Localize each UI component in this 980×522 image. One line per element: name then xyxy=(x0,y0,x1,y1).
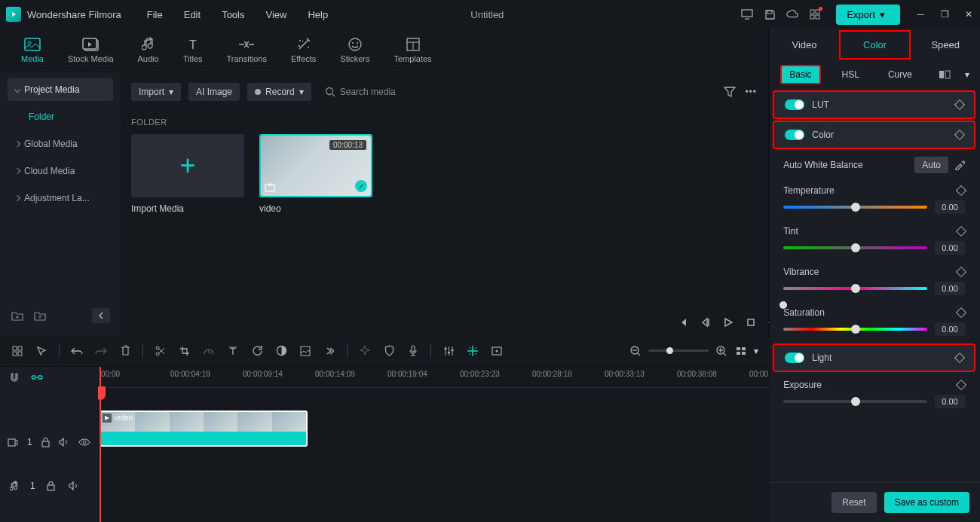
split-icon[interactable] xyxy=(154,344,167,358)
tint-slider[interactable] xyxy=(783,246,927,249)
sidebar-global-media[interactable]: Global Media xyxy=(8,133,113,155)
sparkle-icon[interactable] xyxy=(358,344,372,358)
more-tools-icon[interactable] xyxy=(323,344,336,358)
mic-icon[interactable] xyxy=(406,344,420,358)
menu-file[interactable]: File xyxy=(136,3,173,26)
redo-icon[interactable] xyxy=(94,344,108,358)
auto-button[interactable]: Auto xyxy=(914,157,948,173)
save-custom-button[interactable]: Save as custom xyxy=(884,492,969,513)
video-track-icon[interactable] xyxy=(8,435,18,449)
import-media-tile[interactable]: + Import Media xyxy=(131,134,244,214)
color-toggle[interactable] xyxy=(785,130,804,140)
undo-icon[interactable] xyxy=(70,344,84,358)
subtab-basic[interactable]: Basic xyxy=(780,65,820,84)
keyframe-icon[interactable] xyxy=(954,353,965,363)
collapse-sidebar-button[interactable] xyxy=(92,308,110,323)
tab-effects[interactable]: Effects xyxy=(285,34,322,66)
zoom-slider[interactable] xyxy=(648,350,709,352)
vibrance-slider[interactable] xyxy=(783,287,927,290)
sidebar-adjustment-layer[interactable]: Adjustment La... xyxy=(8,187,113,209)
mixer-icon[interactable] xyxy=(442,344,455,358)
save-icon[interactable] xyxy=(764,8,776,20)
keyframe-icon[interactable] xyxy=(954,99,965,110)
cloud-icon[interactable] xyxy=(786,8,798,20)
tab-stickers[interactable]: Stickers xyxy=(334,34,375,66)
exposure-value[interactable]: 0.00 xyxy=(935,395,965,408)
crop-icon[interactable] xyxy=(178,344,191,358)
lut-section[interactable]: LUT xyxy=(773,90,975,119)
tab-speed[interactable]: Speed xyxy=(911,32,980,58)
audio-track-icon[interactable] xyxy=(8,479,21,493)
menu-help[interactable]: Help xyxy=(297,3,338,26)
keyframe-icon[interactable] xyxy=(956,185,966,196)
add-to-timeline-icon[interactable] xyxy=(265,182,275,192)
menu-edit[interactable]: Edit xyxy=(173,3,211,26)
more-icon[interactable]: ••• xyxy=(744,85,758,99)
zoom-in-icon[interactable] xyxy=(715,344,728,358)
keyframe-icon[interactable] xyxy=(956,267,966,277)
eyedropper-icon[interactable] xyxy=(954,160,965,170)
playhead[interactable] xyxy=(100,367,101,522)
menu-view[interactable]: View xyxy=(255,3,297,26)
markers-icon[interactable] xyxy=(466,344,479,358)
close-button[interactable]: ✕ xyxy=(963,9,974,20)
compare-icon[interactable] xyxy=(938,68,951,81)
mute-icon[interactable] xyxy=(67,479,81,493)
timeline-ruler[interactable]: 00:00 00:00:04:19 00:00:09:14 00:00:14:0… xyxy=(98,367,769,388)
tab-stock-media[interactable]: Stock Media xyxy=(62,34,120,66)
timeline-clip[interactable]: video xyxy=(100,411,308,447)
mark-icon[interactable] xyxy=(490,344,504,358)
play-button[interactable] xyxy=(723,317,733,328)
tab-media[interactable]: Media xyxy=(15,34,50,66)
sidebar-folder[interactable]: Folder xyxy=(8,105,113,128)
apps-icon[interactable] xyxy=(809,8,821,20)
import-button[interactable]: Import▾ xyxy=(131,83,181,101)
lock-icon[interactable] xyxy=(44,479,58,493)
select-icon[interactable] xyxy=(35,344,48,358)
reset-button[interactable]: Reset xyxy=(831,492,876,513)
lut-toggle[interactable] xyxy=(785,99,804,110)
shield-icon[interactable] xyxy=(382,344,396,358)
vibrance-value[interactable]: 0.00 xyxy=(935,282,965,295)
zoom-out-icon[interactable] xyxy=(629,344,642,358)
ai-image-button[interactable]: AI Image xyxy=(188,83,240,101)
sidebar-cloud-media[interactable]: Cloud Media xyxy=(8,160,113,182)
saturation-value[interactable]: 0.00 xyxy=(935,322,965,336)
delete-icon[interactable] xyxy=(118,344,132,358)
lock-icon[interactable] xyxy=(41,435,50,449)
temperature-slider[interactable] xyxy=(783,206,927,209)
tab-video[interactable]: Video xyxy=(770,32,839,58)
chevron-down-icon[interactable]: ▾ xyxy=(965,69,969,80)
color-section[interactable]: Color xyxy=(773,121,975,149)
keyframe-icon[interactable] xyxy=(954,130,965,140)
subtab-curves[interactable]: Curve xyxy=(880,66,920,83)
new-folder-icon[interactable] xyxy=(11,309,24,322)
keyframe-icon[interactable] xyxy=(956,226,966,237)
search-input[interactable]: Search media xyxy=(319,83,715,101)
tint-value[interactable]: 0.00 xyxy=(935,241,965,255)
filter-icon[interactable] xyxy=(723,85,737,99)
keyframe-icon[interactable] xyxy=(956,307,966,318)
mute-icon[interactable] xyxy=(59,435,69,449)
tab-audio[interactable]: Audio xyxy=(132,34,165,66)
tab-color[interactable]: Color xyxy=(839,30,911,60)
grid-icon[interactable] xyxy=(11,344,24,358)
magnet-icon[interactable] xyxy=(8,371,21,384)
rotate-icon[interactable] xyxy=(250,344,264,358)
desktop-icon[interactable] xyxy=(741,8,753,20)
export-button[interactable]: Export▾ xyxy=(836,5,900,25)
fit-icon[interactable] xyxy=(734,344,748,358)
exposure-slider[interactable] xyxy=(783,400,927,403)
media-clip-tile[interactable]: 00:00:13 ✓ video xyxy=(259,134,372,214)
record-button[interactable]: Record▾ xyxy=(247,83,311,101)
tab-templates[interactable]: Templates xyxy=(387,34,437,66)
temperature-value[interactable]: 0.00 xyxy=(935,200,965,214)
minimize-button[interactable]: ─ xyxy=(915,9,926,20)
chevron-down-icon[interactable]: ▾ xyxy=(754,346,758,356)
keyframe-icon[interactable] xyxy=(956,380,966,390)
sidebar-project-media[interactable]: Project Media xyxy=(8,78,113,101)
tab-titles[interactable]: TTitles xyxy=(177,34,209,66)
step-back-button[interactable] xyxy=(700,317,711,328)
light-toggle[interactable] xyxy=(785,353,804,363)
speed-icon[interactable] xyxy=(202,344,216,358)
